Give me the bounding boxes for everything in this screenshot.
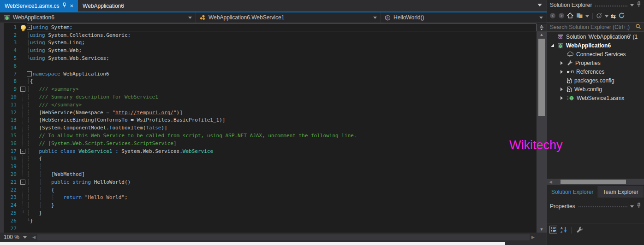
code-line[interactable]: 16┆ // [System.Web.Script.Services.Scrip… bbox=[0, 140, 537, 147]
pin-icon[interactable] bbox=[62, 2, 66, 9]
solution-explorer-search-box[interactable]: Search Solution Explorer (Ctrl+;) bbox=[547, 22, 644, 32]
panel-tab-team-explorer[interactable]: Team Explorer bbox=[598, 186, 642, 198]
tree-item-web-config[interactable]: Web.config bbox=[547, 85, 644, 93]
member-dropdown[interactable]: HelloWorld() bbox=[381, 12, 547, 23]
outlining-margin[interactable] bbox=[19, 155, 27, 163]
categorized-view-button[interactable] bbox=[549, 226, 557, 235]
code-line[interactable]: 19┆ ┆ bbox=[0, 163, 537, 170]
chevron-down-icon[interactable] bbox=[605, 15, 608, 18]
code-text[interactable]: │{ bbox=[27, 78, 537, 86]
outlining-margin[interactable] bbox=[19, 109, 27, 117]
code-line[interactable]: 4│using System.Web; bbox=[0, 47, 537, 54]
tree-item-solution-webapplication6-1[interactable]: Solution 'WebApplication6' (1 bbox=[547, 32, 644, 41]
code-text[interactable]: ┆ // To allow this Web Service to be cal… bbox=[27, 132, 537, 140]
code-text[interactable]: ┆ ┆ [WebMethod] bbox=[27, 170, 537, 178]
code-text[interactable]: ┆ public class WebService1 : System.Web.… bbox=[27, 147, 537, 155]
code-line[interactable]: 20┆ ┆ [WebMethod] bbox=[0, 170, 537, 178]
tree-item-connected-services[interactable]: Connected Services bbox=[547, 50, 644, 58]
code-text[interactable]: ┆ /// Summary description for WebService… bbox=[27, 93, 537, 101]
property-pages-wrench-icon[interactable] bbox=[575, 226, 584, 235]
pending-changes-filter-button[interactable] bbox=[596, 12, 602, 20]
code-text[interactable]: │using System.Linq; bbox=[27, 39, 537, 47]
home-button[interactable] bbox=[567, 12, 573, 20]
chevron-down-icon[interactable] bbox=[585, 15, 589, 18]
outlining-margin[interactable] bbox=[19, 194, 27, 202]
outlining-margin[interactable]: - bbox=[19, 85, 27, 93]
code-text[interactable]: -namespace WebApplication6 bbox=[27, 70, 537, 78]
code-text[interactable]: │using System.Collections.Generic; bbox=[27, 31, 537, 39]
expander-slot[interactable] bbox=[550, 44, 555, 47]
collapse-region-icon[interactable]: - bbox=[27, 71, 32, 76]
collapsed-arrow-icon[interactable] bbox=[561, 70, 563, 74]
code-text[interactable]: ┆ ┆ public string HelloWorld() bbox=[27, 178, 537, 186]
code-line[interactable]: 9-┆ /// <summary> bbox=[0, 85, 537, 93]
outlining-margin[interactable] bbox=[19, 93, 27, 101]
scroll-up-arrow-icon[interactable]: ▲ bbox=[537, 31, 547, 37]
code-text[interactable]: -using System; bbox=[27, 23, 537, 31]
code-line[interactable]: 6 bbox=[0, 62, 537, 70]
code-text[interactable]: ┆ ┆ bbox=[27, 163, 537, 170]
collapsed-arrow-icon[interactable] bbox=[561, 88, 563, 91]
expander-slot[interactable] bbox=[559, 96, 564, 100]
outlining-margin[interactable]: └ bbox=[19, 209, 27, 217]
code-text[interactable]: ┆ [WebService(Namespace = "http://tempur… bbox=[27, 109, 537, 117]
code-line[interactable]: 15┆ // To allow this Web Service to be c… bbox=[0, 132, 537, 140]
project-dropdown[interactable]: WebApplication6 bbox=[0, 12, 196, 23]
code-text[interactable]: └using System.Web.Services; bbox=[27, 54, 537, 62]
code-line[interactable]: 27 bbox=[0, 225, 537, 233]
refresh-button[interactable] bbox=[618, 12, 625, 20]
collapse-region-icon[interactable]: - bbox=[27, 25, 32, 30]
tree-item-properties[interactable]: Properties bbox=[547, 58, 644, 67]
alphabetical-sort-button[interactable]: AZ bbox=[560, 226, 567, 235]
tree-item-webapplication6[interactable]: WebApplication6 bbox=[547, 41, 644, 50]
code-line[interactable]: 8│{ bbox=[0, 78, 537, 86]
outlining-margin[interactable] bbox=[19, 101, 27, 109]
outlining-margin[interactable] bbox=[19, 132, 27, 140]
horizontal-scrollbar-thumb[interactable] bbox=[561, 180, 626, 184]
scroll-left-arrow-icon[interactable]: ◀ bbox=[30, 235, 37, 239]
close-icon[interactable]: × bbox=[70, 3, 73, 9]
code-text[interactable]: └} bbox=[27, 217, 537, 225]
code-line[interactable]: 21-┆ ┆ public string HelloWorld() bbox=[0, 178, 537, 186]
code-line[interactable]: 13┆ [WebServiceBinding(ConformsTo = WsiP… bbox=[0, 117, 537, 124]
code-line[interactable]: 22┆ ┆ { bbox=[0, 186, 537, 194]
outlining-margin[interactable] bbox=[19, 163, 27, 170]
collapsed-arrow-icon[interactable] bbox=[561, 61, 563, 65]
zoom-control[interactable]: 100 % bbox=[0, 234, 30, 240]
code-line[interactable]: 1-using System; bbox=[0, 23, 537, 31]
tree-item-references[interactable]: References bbox=[547, 67, 644, 76]
scroll-left-arrow-icon[interactable]: ◀ bbox=[547, 180, 554, 184]
code-line[interactable]: 25└┆ } bbox=[0, 209, 537, 217]
tab-overflow-chevron-icon[interactable] bbox=[537, 4, 542, 6]
outlining-margin[interactable] bbox=[19, 186, 27, 194]
collapse-all-icon[interactable]: ⇆ bbox=[611, 13, 616, 20]
expanded-arrow-icon[interactable] bbox=[551, 44, 554, 47]
outlining-margin[interactable] bbox=[19, 117, 27, 124]
scroll-right-arrow-icon[interactable]: ▶ bbox=[530, 235, 537, 239]
code-text[interactable] bbox=[27, 225, 537, 233]
code-line[interactable]: 18┆ { bbox=[0, 155, 537, 163]
code-text[interactable]: ┆ [WebServiceBinding(ConformsTo = WsiPro… bbox=[27, 117, 537, 124]
expander-slot[interactable] bbox=[559, 88, 564, 91]
expander-slot[interactable] bbox=[559, 70, 564, 74]
code-text[interactable]: ┆ /// </summary> bbox=[27, 101, 537, 109]
sync-with-active-document-button[interactable] bbox=[576, 12, 583, 20]
code-editor[interactable]: 1-using System;2│using System.Collection… bbox=[0, 23, 537, 233]
horizontal-scrollbar-track[interactable] bbox=[37, 234, 530, 240]
tab-webservice1[interactable]: WebService1.asmx.cs × bbox=[0, 0, 78, 12]
outlining-margin[interactable] bbox=[19, 170, 27, 178]
vertical-scrollbar-thumb[interactable] bbox=[538, 39, 545, 116]
window-menu-chevron-icon[interactable] bbox=[630, 205, 634, 208]
code-text[interactable] bbox=[27, 62, 537, 70]
code-line[interactable]: 7-namespace WebApplication6 bbox=[0, 70, 537, 78]
code-line[interactable]: 14┆ [System.ComponentModel.ToolboxItem(f… bbox=[0, 124, 537, 132]
code-text[interactable]: ┆ ┆ ┆ return "Hello World"; bbox=[27, 194, 537, 202]
code-text[interactable]: ┆ ┆ } bbox=[27, 201, 537, 209]
code-text[interactable]: ┆ [System.ComponentModel.ToolboxItem(fal… bbox=[27, 124, 537, 132]
code-line[interactable]: 23┆ ┆ ┆ return "Hello World"; bbox=[0, 194, 537, 202]
code-line[interactable]: 3│using System.Linq; bbox=[0, 39, 537, 47]
code-line[interactable]: 10┆ /// Summary description for WebServi… bbox=[0, 93, 537, 101]
forward-button[interactable] bbox=[558, 12, 565, 20]
split-editor-grip-icon[interactable] bbox=[537, 23, 547, 31]
outlining-margin[interactable] bbox=[19, 124, 27, 132]
